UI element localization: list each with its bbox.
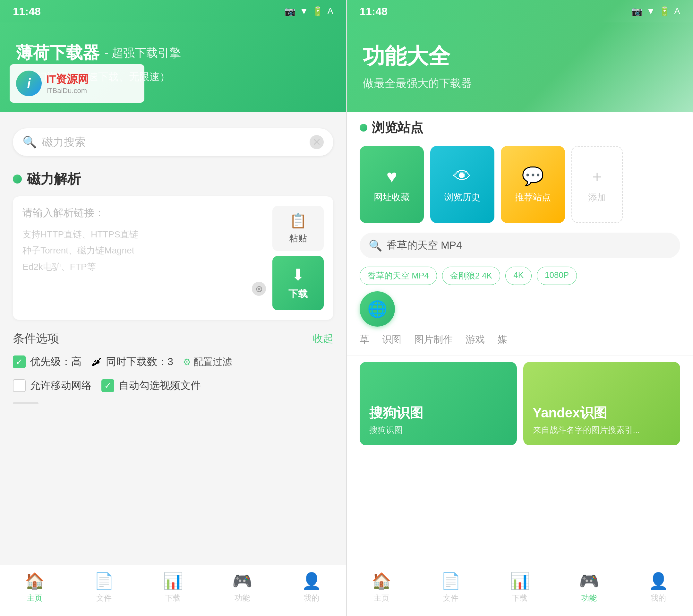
conditions-row-1: ✓ 优先级：高 🌶 同时下载数：3 ⚙ 配置过滤 [0,352,346,372]
tool-title-1: Yandex识图 [533,404,671,422]
tag-1[interactable]: 金刚狼2 4K [442,266,500,285]
tag-0[interactable]: 香草的天空 MP4 [360,266,437,285]
parse-hint-line2: 种子Torrent、磁力链Magnet [22,245,134,255]
nav-item-home-left[interactable]: 🏠 主页 [0,572,69,603]
browse-card-favorites[interactable]: ♥ 网址收藏 [360,146,424,223]
func-icon-left: 🎮 [232,572,252,590]
section-dot [13,175,22,183]
conditions-header: 条件选项 收起 [0,323,346,352]
parse-input-area[interactable]: 请输入解析链接： 支持HTTP直链、HTTPS直链 种子Torrent、磁力链M… [22,206,266,296]
files-icon-right: 📄 [441,572,461,590]
cat-tab-2[interactable]: 图片制作 [414,333,453,349]
priority-checked-icon: ✓ [13,356,26,368]
floating-icon-symbol: 🌐 [368,300,387,318]
paste-label: 粘贴 [289,232,307,244]
nav-item-func-right[interactable]: 🎮 功能 [554,572,624,603]
left-status-icons: 📷 ▼ 🔋 A [284,6,333,17]
conditions-collapse[interactable]: 收起 [313,332,333,346]
cat-tab-4[interactable]: 媒 [498,333,507,349]
left-status-time: 11:48 [13,5,41,18]
me-label-left: 我的 [304,593,319,603]
cat-tab-1[interactable]: 识图 [382,333,401,349]
browse-card-recommend[interactable]: 💬 推荐站点 [501,146,565,223]
recommend-icon: 💬 [522,165,544,187]
browse-card-history[interactable]: 👁 浏览历史 [430,146,494,223]
download-nav-label-right: 下载 [512,593,528,603]
logo-main-text: IT资源网 [46,72,88,87]
files-icon-left: 📄 [94,572,114,590]
right-search-bar[interactable]: 🔍 香草的天空 MP4 [360,233,680,258]
app-title-row: 薄荷下载器 - 超强下载引擎 [16,42,330,64]
battery-icon: 🔋 [312,6,323,17]
collapse-bar-left [13,402,39,404]
category-tabs: 草 识图 图片制作 游戏 媒 [347,330,693,356]
mobile-checkbox[interactable]: 允许移动网络 [13,379,92,393]
me-icon-right: 👤 [648,572,668,590]
left-panel: 11:48 📷 ▼ 🔋 A 薄荷下载器 - 超强下载引擎 （冷门资源、极速下载、… [0,0,346,616]
nav-item-download-left[interactable]: 📊 下载 [139,572,208,603]
auto-checkbox[interactable]: ✓ 自动勾选视频文件 [101,379,201,393]
tool-subtitle-1: 来自战斗名字的图片搜索引... [533,424,671,436]
parse-input-clear[interactable]: ⊗ [252,282,266,296]
signal-icon: ▼ [300,6,309,16]
add-icon: ＋ [589,165,605,187]
concurrent-item: 🌶 同时下载数：3 [91,355,173,369]
files-label-right: 文件 [443,593,458,603]
parse-hint-line1: 支持HTTP直链、HTTPS直链 [22,230,138,239]
parse-input-placeholder: 请输入解析链接： [22,206,266,220]
tags-row: 香草的天空 MP4 金刚狼2 4K 4K 1080P [347,263,693,291]
download-nav-icon-left: 📊 [163,572,183,590]
favorites-label: 网址收藏 [374,191,410,203]
parse-hint-line3: Ed2k电驴、FTP等 [22,262,96,272]
tools-grid: 搜狗识图 搜狗识图 Yandex识图 来自战斗名字的图片搜索引... [347,356,693,452]
paste-button[interactable]: 📋 粘贴 [272,206,324,251]
right-search-value: 香草的天空 MP4 [387,238,462,253]
camera-icon: 📷 [284,6,296,17]
home-icon-left: 🏠 [25,572,45,590]
right-battery-icon: 🔋 [659,6,670,17]
clear-icon[interactable]: ✕ [310,135,324,149]
cat-tab-3[interactable]: 游戏 [466,333,485,349]
download-label: 下载 [289,287,308,301]
section-title-row: 磁力解析 [0,162,346,193]
nav-item-me-left[interactable]: 👤 我的 [277,572,346,603]
me-icon-left: 👤 [302,572,321,590]
download-nav-icon-right: 📊 [510,572,530,590]
nav-item-home-right[interactable]: 🏠 主页 [347,572,416,603]
priority-checkbox[interactable]: ✓ 优先级：高 [13,355,81,369]
tool-card-1[interactable]: Yandex识图 来自战斗名字的图片搜索引... [523,362,680,445]
search-bar[interactable]: 🔍 磁力搜索 ✕ [13,128,333,156]
nav-item-download-right[interactable]: 📊 下载 [486,572,555,603]
mobile-label: 允许移动网络 [30,379,92,393]
cat-tab-0[interactable]: 草 [360,333,369,349]
browse-card-add[interactable]: ＋ 添加 [571,146,623,223]
nav-item-files-right[interactable]: 📄 文件 [416,572,486,603]
tag-2[interactable]: 4K [505,266,532,285]
home-icon-right: 🏠 [372,572,391,590]
right-status-icons: 📷 ▼ 🔋 A [631,6,680,17]
history-icon: 👁 [453,166,471,187]
download-button[interactable]: ⬇ 下载 [272,256,324,310]
right-content: 浏览站点 ♥ 网址收藏 👁 浏览历史 💬 推荐站点 ＋ 添加 [347,106,693,616]
browse-cards: ♥ 网址收藏 👁 浏览历史 💬 推荐站点 ＋ 添加 [360,146,680,223]
nav-item-files-left[interactable]: 📄 文件 [69,572,139,603]
tag-3[interactable]: 1080P [537,266,577,285]
download-nav-label-left: 下载 [165,593,181,603]
nav-item-me-right[interactable]: 👤 我的 [624,572,693,603]
left-bottom-nav: 🏠 主页 📄 文件 📊 下载 🎮 功能 👤 我的 [0,565,346,616]
filter-button[interactable]: ⚙ 配置过滤 [183,356,232,369]
page-title: 功能大全 [363,42,677,71]
logo-text: IT资源网 ITBaiDu.com [46,72,88,95]
nav-item-func-left[interactable]: 🎮 功能 [207,572,277,603]
tool-card-0[interactable]: 搜狗识图 搜狗识图 [360,362,517,445]
right-status-time: 11:48 [360,5,388,18]
floating-action-button[interactable]: 🌐 [360,291,395,326]
tool-subtitle-0: 搜狗识图 [369,424,507,436]
mobile-unchecked-icon [13,379,26,392]
concurrent-label: 同时下载数：3 [106,355,173,369]
browse-dot [360,124,368,132]
logo-sub-text: ITBaiDu.com [46,87,88,95]
a-icon: A [327,6,333,16]
right-a-icon: A [674,6,680,16]
history-label: 浏览历史 [444,191,480,203]
